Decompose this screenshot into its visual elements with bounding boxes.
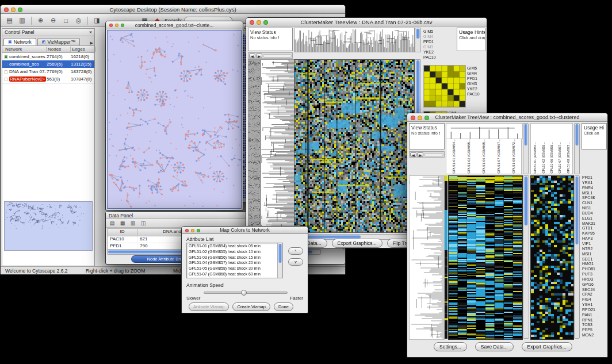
- column-dendrogram-canvas[interactable]: [294, 28, 415, 52]
- gene-label[interactable]: CPA2: [582, 292, 607, 297]
- row-dendrogram-canvas[interactable]: [409, 175, 445, 340]
- close-button[interactable]: [109, 24, 113, 27]
- minimize-button[interactable]: [257, 20, 261, 25]
- column-label[interactable]: GPL51-07 (GSM867...: [497, 139, 500, 174]
- gene-label[interactable]: SEC24: [582, 288, 607, 293]
- column-label[interactable]: GPL51-07 (GSM867...: [558, 142, 561, 174]
- gene-label[interactable]: KAP95: [582, 231, 607, 236]
- dialog-button[interactable]: Done: [274, 302, 293, 311]
- heatmap-vscrollbar-2[interactable]: [574, 175, 580, 339]
- zoom-selected-icon[interactable]: ◎: [73, 16, 84, 25]
- gene-label[interactable]: YRA1: [582, 181, 607, 186]
- gene-label[interactable]: GIM4: [467, 71, 487, 76]
- column-label[interactable]: GPL51-01 (GSM854...: [533, 142, 537, 174]
- treeview-button[interactable]: Export Graphics...: [332, 239, 382, 248]
- gene-label[interactable]: MON2: [582, 333, 607, 338]
- tab-network[interactable]: ▣Network: [3, 38, 36, 45]
- scroll-left-icon[interactable]: ◀: [249, 53, 255, 58]
- tab-overflow-icon[interactable]: ▶: [90, 41, 93, 45]
- zoom-button[interactable]: [121, 24, 124, 27]
- attribute-save-icon[interactable]: ▥: [129, 220, 137, 227]
- scroll-right-icon[interactable]: ▶: [256, 53, 262, 58]
- dendrogram-vscrollbar[interactable]: [415, 28, 421, 52]
- gene-label[interactable]: PFD1: [467, 76, 487, 82]
- zoom-in-icon[interactable]: ⊕: [35, 16, 46, 25]
- dialog-button[interactable]: Create Vizmap: [232, 302, 270, 311]
- gene-label[interactable]: PHO81: [582, 267, 607, 272]
- label-vscrollbar[interactable]: [523, 123, 529, 174]
- attribute-grid-icon[interactable]: ▦: [118, 220, 127, 227]
- gene-label[interactable]: FIG4: [582, 297, 607, 302]
- scroll-thumb[interactable]: [278, 244, 282, 263]
- dialog-button[interactable]: Animate Vizmap: [189, 302, 229, 311]
- row-dendrogram-canvas[interactable]: [261, 59, 294, 233]
- treeview-button[interactable]: Settings...: [434, 342, 467, 351]
- attribute-item[interactable]: GPL51-07 (GSM868) heat shock 60 min: [187, 271, 282, 277]
- zoom-fit-icon[interactable]: □: [60, 16, 71, 25]
- scroll-groove[interactable]: [424, 153, 443, 156]
- column-label[interactable]: GPL51-01 (GSM854...: [452, 139, 456, 174]
- attribute-item[interactable]: GPL51-02 (GSM855) heat shock 10 min: [187, 249, 282, 255]
- network-row[interactable]: ▢RNAPuberNov2+ 563(0) 107847(0): [2, 75, 94, 83]
- minimize-button[interactable]: [418, 116, 422, 120]
- network-overview-thumbnail[interactable]: [4, 201, 93, 251]
- gene-label[interactable]: RPO21: [582, 308, 607, 313]
- column-label[interactable]: GPL51-08 (GSM872...: [567, 142, 570, 174]
- snapshot-icon[interactable]: ◨: [91, 16, 102, 25]
- gene-label[interactable]: PAC10: [423, 55, 450, 60]
- titlebar-network-view[interactable]: combined_scores_good.txt--cluste...: [106, 21, 243, 29]
- gene-label[interactable]: PUF3: [582, 272, 607, 277]
- gene-label[interactable]: VIP1: [582, 242, 607, 247]
- close-button[interactable]: [185, 229, 189, 232]
- network-row[interactable]: ▢combined_sco 2569(6) 13112(15): [2, 60, 94, 68]
- column-label[interactable]: GPL51-02 (GSM855...: [467, 139, 471, 174]
- column-label[interactable]: GPL51-02 (GSM855...: [542, 142, 545, 174]
- gene-label[interactable]: MSL1: [582, 191, 607, 196]
- close-button[interactable]: [4, 7, 9, 12]
- close-button[interactable]: [411, 116, 415, 120]
- titlebar-map-colors[interactable]: Map Colors to Network: [182, 227, 308, 234]
- gene-label[interactable]: BUD4: [582, 211, 607, 216]
- network-row[interactable]: ▣combined_scores 2764(0) 16218(0): [2, 53, 94, 60]
- correlation-matrix-canvas[interactable]: [423, 65, 466, 108]
- gene-label[interactable]: HAP3: [582, 236, 607, 242]
- network-canvas[interactable]: [108, 30, 241, 208]
- move-down-button[interactable]: v: [288, 258, 303, 266]
- heatmap-vscrollbar[interactable]: [523, 175, 529, 339]
- scroll-left-icon[interactable]: ◀: [410, 152, 416, 157]
- gene-label[interactable]: GIM3: [423, 45, 450, 50]
- gene-label[interactable]: PAC10: [467, 92, 487, 97]
- gene-label[interactable]: NIS1: [582, 206, 607, 211]
- gene-label[interactable]: PFD1: [582, 175, 607, 181]
- network-row[interactable]: ▢DNA and Tran 07- 7769(0) 183728(0): [2, 68, 94, 75]
- column-label[interactable]: GPL51-06 (GSM865...: [550, 142, 553, 174]
- heatmap-canvas[interactable]: [448, 175, 523, 340]
- gene-label[interactable]: GIM5: [467, 66, 487, 71]
- gene-label[interactable]: NTR2: [582, 247, 607, 252]
- titlebar-treeview-combined[interactable]: ClusterMaker TreeView : combined_scores_…: [407, 113, 607, 122]
- scroll-thumb[interactable]: [524, 124, 527, 145]
- animation-speed-slider[interactable]: [204, 292, 288, 294]
- gene-label[interactable]: SEC1: [582, 257, 607, 262]
- attribute-item[interactable]: GPL51-05 (GSM858) heat shock 30 min: [187, 266, 282, 271]
- listbox-vscrollbar[interactable]: [277, 243, 282, 278]
- panel-close-icon[interactable]: ×: [89, 29, 92, 35]
- slider-thumb[interactable]: [241, 290, 247, 296]
- gene-label[interactable]: SPC98: [582, 196, 607, 201]
- attribute-item[interactable]: GPL51-01 (GSM854) heat shock 05 min: [187, 243, 282, 249]
- tab-vizmapper[interactable]: ◩VizMapper™: [37, 38, 81, 45]
- save-icon[interactable]: ▥: [17, 16, 28, 25]
- scroll-thumb[interactable]: [524, 177, 528, 225]
- scroll-thumb[interactable]: [575, 177, 579, 244]
- zoom-out-icon[interactable]: ⊖: [48, 16, 59, 25]
- minimize-button[interactable]: [115, 24, 118, 27]
- gene-label[interactable]: PFD1: [423, 40, 450, 45]
- gene-label[interactable]: GIM4: [423, 35, 450, 40]
- column-dendrogram-canvas[interactable]: [446, 123, 523, 139]
- heatmap-canvas-2[interactable]: [530, 175, 574, 340]
- attribute-item[interactable]: GPL51-04 (GSM857) heat shock 20 min: [187, 260, 282, 266]
- gene-label[interactable]: ELG1: [582, 216, 607, 221]
- close-button[interactable]: [250, 20, 254, 25]
- label-vscrollbar-2[interactable]: [574, 123, 580, 174]
- gene-label[interactable]: YSH1: [582, 302, 607, 308]
